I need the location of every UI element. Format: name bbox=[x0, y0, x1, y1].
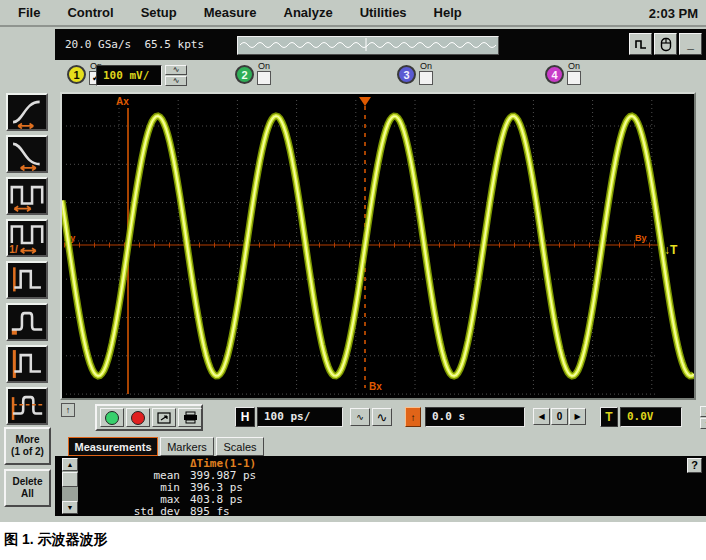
more-button[interactable]: More (1 of 2) bbox=[4, 427, 51, 465]
trigger-setup-button[interactable]: T bbox=[600, 407, 618, 427]
measure-fall-time-button[interactable] bbox=[6, 135, 48, 173]
vavg-icon bbox=[8, 389, 46, 423]
timebase-field[interactable]: 100 ps/ bbox=[257, 407, 343, 427]
trigger-position-button[interactable]: ↑ bbox=[405, 407, 421, 427]
channel-2-on-label: On bbox=[256, 61, 272, 71]
tab-markers[interactable]: Markers bbox=[160, 437, 214, 456]
channel-1-scale-field[interactable]: 100 mV/ bbox=[96, 65, 162, 86]
overshoot-icon bbox=[8, 305, 46, 339]
zero-position-button[interactable]: 0 bbox=[551, 408, 568, 425]
measurement-sidebar: 1/ More (1 of 2) Delete All bbox=[0, 27, 55, 522]
more-label: More bbox=[6, 434, 49, 447]
stop-icon bbox=[131, 411, 145, 425]
pulse-mode-button[interactable] bbox=[629, 33, 652, 55]
measurements-panel: ▲ ▼ ΔTime(1-1) mean 399.987 ps min 396.3… bbox=[55, 456, 706, 516]
bx-marker-label: Bx bbox=[369, 381, 382, 392]
menu-utilities[interactable]: Utilities bbox=[360, 5, 407, 20]
measure-frequency-button[interactable]: 1/ bbox=[6, 219, 48, 257]
menu-control[interactable]: Control bbox=[67, 5, 113, 20]
window-buttons: _ bbox=[629, 33, 702, 55]
horizontal-position-field[interactable]: 0.0 s bbox=[425, 407, 525, 427]
zoom-out-button[interactable]: ∿ bbox=[350, 408, 370, 426]
ax-marker-label: Ax bbox=[116, 96, 129, 107]
menu-analyze[interactable]: Analyze bbox=[284, 5, 333, 20]
menu-help[interactable]: Help bbox=[434, 5, 462, 20]
printer-icon bbox=[183, 411, 198, 424]
rise-time-icon bbox=[8, 95, 46, 129]
measure-overshoot-button[interactable] bbox=[6, 303, 48, 341]
left-expand-button[interactable]: ↑ bbox=[61, 403, 75, 417]
measure-period-button[interactable] bbox=[6, 177, 48, 215]
trigger-level-up-button[interactable]: ▲ bbox=[700, 406, 706, 417]
trigger-level-icon[interactable]: ↓T bbox=[664, 243, 678, 257]
single-acquisition-icon bbox=[157, 412, 171, 424]
measure-vavg-button[interactable] bbox=[6, 387, 48, 425]
stat-label: std dev bbox=[85, 505, 180, 518]
trigger-level-down-button[interactable]: ▼ bbox=[700, 418, 706, 429]
channel-3-on-checkbox[interactable] bbox=[419, 71, 433, 85]
channel-4-on-checkbox[interactable] bbox=[567, 71, 581, 85]
pulse-icon bbox=[634, 38, 648, 50]
acquisition-controls bbox=[95, 404, 203, 431]
measurements-scrollbar: ▲ ▼ bbox=[62, 458, 78, 514]
measure-vpp-button[interactable] bbox=[6, 345, 48, 383]
page: File Control Setup Measure Analyze Utili… bbox=[0, 0, 706, 560]
channel-2-button[interactable]: 2 bbox=[235, 65, 254, 84]
print-button[interactable] bbox=[178, 408, 202, 427]
frequency-icon: 1/ bbox=[8, 221, 46, 255]
channel-1-coupling-button[interactable]: ∿ bbox=[165, 65, 187, 75]
menu-setup[interactable]: Setup bbox=[141, 5, 177, 20]
status-bar: 20.0 GSa/s 65.5 kpts _ bbox=[55, 29, 706, 60]
channel-2-on-toggle[interactable]: On bbox=[256, 61, 272, 85]
tab-scales[interactable]: Scales bbox=[216, 437, 264, 456]
channel-3-button[interactable]: 3 bbox=[397, 65, 416, 84]
waveform-display-frame: AyByAxBx↓T bbox=[60, 92, 696, 400]
tab-measurements[interactable]: Measurements bbox=[68, 437, 158, 456]
measure-pos-width-button[interactable] bbox=[6, 261, 48, 299]
memory-depth: 65.5 kpts bbox=[144, 38, 204, 51]
delete-all-label-1: Delete bbox=[6, 476, 49, 489]
svg-text:1/: 1/ bbox=[9, 244, 18, 255]
waveform-display[interactable]: AyByAxBx↓T bbox=[62, 94, 694, 398]
pan-right-button[interactable]: ▶ bbox=[569, 408, 586, 425]
single-acquisition-button[interactable] bbox=[152, 408, 176, 427]
bottom-control-bar: ↑ H 100 ps/ ∿ ∿ ↑ 0.0 s ◀ 0 ▶ T 0.0V ▲ bbox=[55, 400, 706, 437]
minimize-button[interactable]: _ bbox=[679, 33, 702, 55]
run-icon bbox=[105, 411, 119, 425]
channel-4-on-toggle[interactable]: On bbox=[566, 61, 582, 85]
channel-2-on-checkbox[interactable] bbox=[257, 71, 271, 85]
pan-left-button[interactable]: ◀ bbox=[533, 408, 550, 425]
channel-4-on-label: On bbox=[566, 61, 582, 71]
channel-1-button[interactable]: 1 bbox=[67, 65, 86, 84]
channel-1-trace bbox=[62, 116, 694, 376]
scroll-up-button[interactable]: ▲ bbox=[62, 458, 78, 471]
menu-measure[interactable]: Measure bbox=[204, 5, 257, 20]
waveform-preview-bar[interactable] bbox=[237, 36, 499, 55]
scrollbar-thumb[interactable] bbox=[62, 472, 78, 487]
vpp-icon bbox=[8, 347, 46, 381]
figure-caption: 图 1. 示波器波形 bbox=[4, 531, 107, 549]
measure-rise-time-button[interactable] bbox=[6, 93, 48, 131]
pos-width-icon bbox=[8, 263, 46, 297]
run-button[interactable] bbox=[100, 408, 124, 427]
channel-1-filter-button[interactable]: ∿ bbox=[165, 76, 187, 86]
delete-all-button[interactable]: Delete All bbox=[4, 469, 51, 507]
help-button[interactable]: ? bbox=[687, 458, 702, 473]
channel-bar: 1 On ✓ 100 mV/ ∿ ∿ 2 On 3 On 4 On bbox=[55, 60, 706, 92]
more-page-indicator: (1 of 2) bbox=[6, 446, 49, 459]
mouse-pointer-button[interactable] bbox=[654, 33, 677, 55]
channel-3-on-toggle[interactable]: On bbox=[418, 61, 434, 85]
trigger-time-icon bbox=[359, 97, 371, 106]
clock: 2:03 PM bbox=[649, 6, 698, 21]
stop-button[interactable] bbox=[126, 408, 150, 427]
mouse-icon bbox=[660, 37, 672, 52]
scroll-down-button[interactable]: ▼ bbox=[62, 501, 78, 514]
zoom-in-button[interactable]: ∿ bbox=[372, 408, 392, 426]
horizontal-setup-button[interactable]: H bbox=[235, 407, 255, 427]
channel-4-button[interactable]: 4 bbox=[545, 65, 564, 84]
measurement-results: ΔTime(1-1) mean 399.987 ps min 396.3 ps … bbox=[85, 456, 685, 516]
period-icon bbox=[8, 179, 46, 213]
acquisition-status: 20.0 GSa/s 65.5 kpts bbox=[65, 38, 204, 51]
trigger-level-field[interactable]: 0.0V bbox=[620, 407, 682, 427]
menu-file[interactable]: File bbox=[18, 5, 40, 20]
